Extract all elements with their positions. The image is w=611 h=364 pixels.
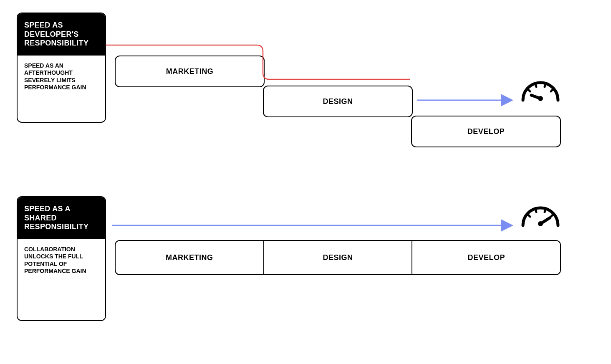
svg-line-2 [545, 84, 545, 87]
gauge-icon [523, 208, 558, 226]
card-title: SPEED AS A SHARED RESPONSIBILITY [18, 197, 105, 239]
svg-line-7 [535, 210, 536, 212]
card-shared-responsibility: SPEED AS A SHARED RESPONSIBILITY COLLABO… [17, 196, 106, 321]
svg-line-11 [540, 218, 550, 224]
gauge-icon [523, 83, 558, 101]
diagram-canvas: SPEED AS DEVELOPER'S RESPONSIBILITY SPEE… [0, 0, 611, 364]
stage-design-bottom: DESIGN [263, 241, 412, 274]
stage-row-bottom: MARKETING DESIGN DEVELOP [115, 240, 561, 275]
svg-line-1 [535, 84, 536, 87]
svg-line-5 [531, 95, 540, 99]
svg-line-0 [528, 89, 530, 91]
stage-develop-top: DEVELOP [411, 116, 561, 147]
svg-line-6 [528, 215, 530, 217]
stage-develop-bottom: DEVELOP [412, 241, 560, 274]
stage-marketing-top: MARKETING [115, 56, 265, 87]
svg-line-3 [551, 89, 553, 91]
card-developer-responsibility: SPEED AS DEVELOPER'S RESPONSIBILITY SPEE… [17, 13, 106, 123]
card-title: SPEED AS DEVELOPER'S RESPONSIBILITY [18, 13, 105, 56]
card-subtitle: COLLABORATION UNLOCKS THE FULL POTENTIAL… [18, 239, 105, 283]
svg-line-9 [551, 215, 553, 217]
card-subtitle: SPEED AS AN AFTERTHOUGHT SEVERELY LIMITS… [18, 56, 105, 100]
stage-marketing-bottom: MARKETING [116, 241, 263, 274]
svg-point-10 [538, 221, 543, 226]
stage-design-top: DESIGN [263, 86, 413, 117]
svg-point-4 [538, 96, 543, 101]
svg-line-8 [545, 210, 545, 212]
